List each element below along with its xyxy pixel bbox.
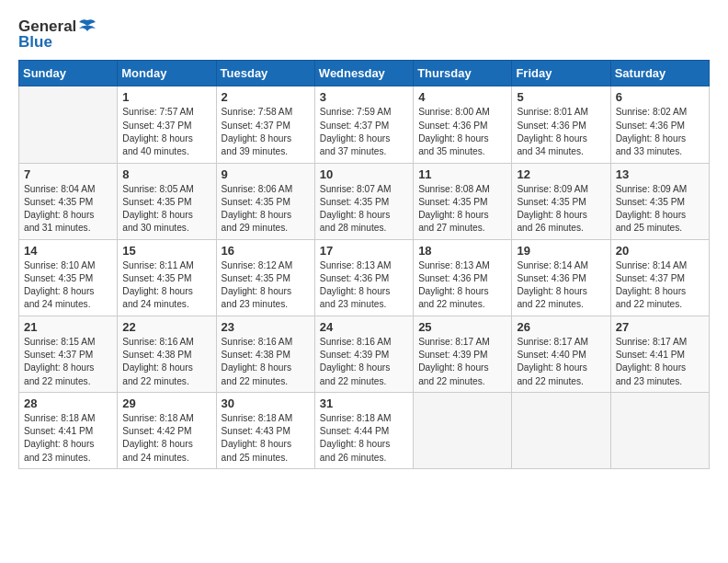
day-number: 15	[122, 244, 210, 258]
cell-content: Sunrise: 7:58 AMSunset: 4:37 PMDaylight:…	[222, 106, 310, 158]
cell-content: Sunrise: 8:11 AMSunset: 4:35 PMDaylight:…	[122, 259, 210, 312]
day-number: 18	[418, 244, 506, 258]
cell-content: Sunrise: 8:14 AMSunset: 4:36 PMDaylight:…	[517, 259, 605, 312]
calendar-cell	[414, 392, 512, 468]
calendar-cell: 7Sunrise: 8:04 AMSunset: 4:35 PMDaylight…	[19, 163, 118, 239]
cell-content: Sunrise: 8:12 AMSunset: 4:35 PMDaylight:…	[222, 259, 310, 312]
day-number: 16	[222, 244, 310, 258]
day-number: 11	[418, 167, 506, 181]
day-number: 8	[122, 167, 210, 181]
calendar-cell: 16Sunrise: 8:12 AMSunset: 4:35 PMDayligh…	[216, 239, 314, 316]
day-number: 31	[320, 396, 408, 410]
week-row-4: 21Sunrise: 8:15 AMSunset: 4:37 PMDayligh…	[19, 316, 710, 392]
day-number: 20	[616, 244, 704, 258]
calendar-cell: 11Sunrise: 8:08 AMSunset: 4:35 PMDayligh…	[414, 163, 512, 239]
calendar-cell	[512, 392, 610, 468]
cell-content: Sunrise: 8:13 AMSunset: 4:36 PMDaylight:…	[320, 259, 408, 312]
cell-content: Sunrise: 8:17 AMSunset: 4:40 PMDaylight:…	[517, 336, 605, 388]
day-number: 4	[418, 90, 506, 104]
calendar-cell: 2Sunrise: 7:58 AMSunset: 4:37 PMDaylight…	[216, 86, 314, 163]
calendar-cell: 10Sunrise: 8:07 AMSunset: 4:35 PMDayligh…	[314, 163, 413, 239]
day-number: 14	[24, 244, 112, 258]
calendar-cell: 17Sunrise: 8:13 AMSunset: 4:36 PMDayligh…	[314, 239, 413, 316]
calendar-cell: 18Sunrise: 8:13 AMSunset: 4:36 PMDayligh…	[414, 239, 512, 316]
calendar-cell: 19Sunrise: 8:14 AMSunset: 4:36 PMDayligh…	[512, 239, 610, 316]
weekday-header-saturday: Saturday	[610, 61, 709, 86]
cell-content: Sunrise: 8:14 AMSunset: 4:37 PMDaylight:…	[616, 259, 704, 312]
day-number: 3	[320, 90, 408, 104]
calendar-cell	[19, 86, 118, 163]
weekday-header-thursday: Thursday	[414, 61, 512, 86]
day-number: 22	[122, 320, 210, 334]
cell-content: Sunrise: 8:16 AMSunset: 4:38 PMDaylight:…	[122, 336, 210, 388]
day-number: 2	[222, 90, 310, 104]
day-number: 9	[222, 167, 310, 181]
day-number: 25	[418, 320, 506, 334]
weekday-header-row: SundayMondayTuesdayWednesdayThursdayFrid…	[19, 61, 710, 86]
cell-content: Sunrise: 8:10 AMSunset: 4:35 PMDaylight:…	[24, 259, 112, 312]
cell-content: Sunrise: 7:59 AMSunset: 4:37 PMDaylight:…	[320, 106, 408, 158]
cell-content: Sunrise: 7:57 AMSunset: 4:37 PMDaylight:…	[122, 106, 210, 158]
calendar-cell: 1Sunrise: 7:57 AMSunset: 4:37 PMDaylight…	[118, 86, 216, 163]
cell-content: Sunrise: 8:18 AMSunset: 4:44 PMDaylight:…	[320, 412, 408, 465]
cell-content: Sunrise: 8:09 AMSunset: 4:35 PMDaylight:…	[517, 183, 605, 236]
calendar-cell	[610, 392, 709, 468]
weekday-header-wednesday: Wednesday	[314, 61, 413, 86]
day-number: 10	[320, 167, 408, 181]
cell-content: Sunrise: 8:00 AMSunset: 4:36 PMDaylight:…	[418, 106, 506, 158]
calendar-cell: 5Sunrise: 8:01 AMSunset: 4:36 PMDaylight…	[512, 86, 610, 163]
day-number: 23	[222, 320, 310, 334]
cell-content: Sunrise: 8:16 AMSunset: 4:38 PMDaylight:…	[222, 336, 310, 388]
week-row-1: 1Sunrise: 7:57 AMSunset: 4:37 PMDaylight…	[19, 86, 710, 163]
calendar-cell: 28Sunrise: 8:18 AMSunset: 4:41 PMDayligh…	[19, 392, 118, 468]
logo-blue: Blue	[18, 34, 97, 52]
day-number: 24	[320, 320, 408, 334]
weekday-header-monday: Monday	[118, 61, 216, 86]
cell-content: Sunrise: 8:18 AMSunset: 4:42 PMDaylight:…	[122, 412, 210, 465]
cell-content: Sunrise: 8:08 AMSunset: 4:35 PMDaylight:…	[418, 183, 506, 236]
day-number: 5	[517, 90, 605, 104]
day-number: 12	[517, 167, 605, 181]
calendar-cell: 22Sunrise: 8:16 AMSunset: 4:38 PMDayligh…	[118, 316, 216, 392]
calendar-cell: 27Sunrise: 8:17 AMSunset: 4:41 PMDayligh…	[610, 316, 709, 392]
day-number: 30	[222, 396, 310, 410]
day-number: 19	[517, 244, 605, 258]
header: General Blue	[18, 18, 710, 51]
cell-content: Sunrise: 8:06 AMSunset: 4:35 PMDaylight:…	[222, 183, 310, 236]
calendar-cell: 3Sunrise: 7:59 AMSunset: 4:37 PMDaylight…	[314, 86, 413, 163]
calendar-cell: 13Sunrise: 8:09 AMSunset: 4:35 PMDayligh…	[610, 163, 709, 239]
day-number: 28	[24, 396, 112, 410]
calendar-cell: 14Sunrise: 8:10 AMSunset: 4:35 PMDayligh…	[19, 239, 118, 316]
cell-content: Sunrise: 8:15 AMSunset: 4:37 PMDaylight:…	[24, 336, 112, 388]
calendar-cell: 8Sunrise: 8:05 AMSunset: 4:35 PMDaylight…	[118, 163, 216, 239]
cell-content: Sunrise: 8:02 AMSunset: 4:36 PMDaylight:…	[616, 106, 704, 158]
calendar-cell: 23Sunrise: 8:16 AMSunset: 4:38 PMDayligh…	[216, 316, 314, 392]
cell-content: Sunrise: 8:09 AMSunset: 4:35 PMDaylight:…	[616, 183, 704, 236]
calendar-cell: 15Sunrise: 8:11 AMSunset: 4:35 PMDayligh…	[118, 239, 216, 316]
calendar-cell: 6Sunrise: 8:02 AMSunset: 4:36 PMDaylight…	[610, 86, 709, 163]
cell-content: Sunrise: 8:17 AMSunset: 4:39 PMDaylight:…	[418, 336, 506, 388]
day-number: 17	[320, 244, 408, 258]
calendar-cell: 31Sunrise: 8:18 AMSunset: 4:44 PMDayligh…	[314, 392, 413, 468]
cell-content: Sunrise: 8:05 AMSunset: 4:35 PMDaylight:…	[122, 183, 210, 236]
calendar-cell: 26Sunrise: 8:17 AMSunset: 4:40 PMDayligh…	[512, 316, 610, 392]
day-number: 29	[122, 396, 210, 410]
logo: General Blue	[18, 18, 97, 51]
cell-content: Sunrise: 8:01 AMSunset: 4:36 PMDaylight:…	[517, 106, 605, 158]
day-number: 26	[517, 320, 605, 334]
calendar-cell: 21Sunrise: 8:15 AMSunset: 4:37 PMDayligh…	[19, 316, 118, 392]
week-row-2: 7Sunrise: 8:04 AMSunset: 4:35 PMDaylight…	[19, 163, 710, 239]
weekday-header-sunday: Sunday	[19, 61, 118, 86]
day-number: 7	[24, 167, 112, 181]
calendar-cell: 24Sunrise: 8:16 AMSunset: 4:39 PMDayligh…	[314, 316, 413, 392]
calendar-cell: 25Sunrise: 8:17 AMSunset: 4:39 PMDayligh…	[414, 316, 512, 392]
calendar-cell: 30Sunrise: 8:18 AMSunset: 4:43 PMDayligh…	[216, 392, 314, 468]
calendar-cell: 4Sunrise: 8:00 AMSunset: 4:36 PMDaylight…	[414, 86, 512, 163]
cell-content: Sunrise: 8:17 AMSunset: 4:41 PMDaylight:…	[616, 336, 704, 388]
cell-content: Sunrise: 8:13 AMSunset: 4:36 PMDaylight:…	[418, 259, 506, 312]
week-row-3: 14Sunrise: 8:10 AMSunset: 4:35 PMDayligh…	[19, 239, 710, 316]
weekday-header-friday: Friday	[512, 61, 610, 86]
week-row-5: 28Sunrise: 8:18 AMSunset: 4:41 PMDayligh…	[19, 392, 710, 468]
cell-content: Sunrise: 8:18 AMSunset: 4:41 PMDaylight:…	[24, 412, 112, 465]
calendar-table: SundayMondayTuesdayWednesdayThursdayFrid…	[18, 60, 710, 469]
